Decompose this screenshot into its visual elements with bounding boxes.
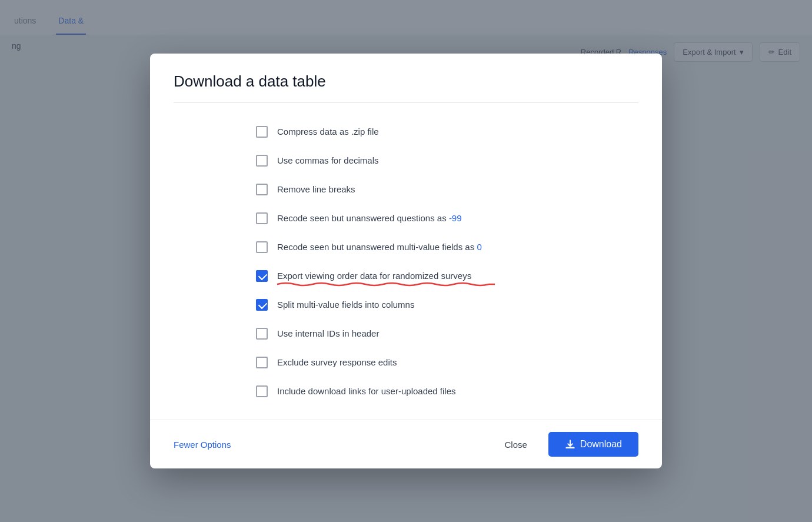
checkbox-label-internalids[interactable]: Use internal IDs in header — [277, 327, 379, 340]
checkbox-label-compress[interactable]: Compress data as .zip file — [277, 125, 379, 138]
download-icon — [565, 439, 575, 450]
checkbox-item-compress: Compress data as .zip file — [256, 117, 638, 146]
checkbox-compress[interactable] — [256, 126, 268, 138]
modal-header: Download a data table — [150, 54, 662, 102]
checkbox-recode0[interactable] — [256, 241, 268, 253]
checkbox-label-recode0[interactable]: Recode seen but unanswered multi-value f… — [277, 241, 482, 253]
modal-overlay: Download a data table Compress data as .… — [0, 0, 812, 522]
checkbox-label-downloadlinks[interactable]: Include download links for user-uploaded… — [277, 385, 456, 397]
modal-title: Download a data table — [174, 72, 638, 91]
checkbox-item-recode99: Recode seen but unanswered questions as … — [256, 204, 638, 232]
checkbox-recode99[interactable] — [256, 212, 268, 224]
modal-body: Compress data as .zip file Use commas fo… — [150, 103, 662, 420]
checkbox-linebreaks[interactable] — [256, 184, 268, 195]
checkbox-list: Compress data as .zip file Use commas fo… — [256, 117, 638, 405]
checkbox-internalids[interactable] — [256, 328, 268, 340]
checkbox-viewingorder[interactable] — [256, 270, 268, 282]
checkbox-label-excludeedits[interactable]: Exclude survey response edits — [277, 356, 397, 368]
checkbox-label-viewingorder[interactable]: Export viewing order data for randomized… — [277, 270, 471, 282]
checkbox-item-recode0: Recode seen but unanswered multi-value f… — [256, 232, 638, 261]
close-button[interactable]: Close — [495, 434, 536, 455]
checkbox-item-linebreaks: Remove line breaks — [256, 175, 638, 204]
download-modal: Download a data table Compress data as .… — [150, 54, 662, 468]
checkbox-item-internalids: Use internal IDs in header — [256, 319, 638, 348]
checkbox-item-splitfields: Split multi-value fields into columns — [256, 290, 638, 319]
checkbox-downloadlinks[interactable] — [256, 385, 268, 397]
checkbox-item-downloadlinks: Include download links for user-uploaded… — [256, 377, 638, 405]
checkbox-splitfields[interactable] — [256, 299, 268, 311]
modal-footer: Fewer Options Close Download — [150, 420, 662, 468]
checkbox-item-viewingorder: Export viewing order data for randomized… — [256, 261, 638, 290]
recode0-link[interactable]: 0 — [477, 242, 481, 252]
checkbox-label-splitfields[interactable]: Split multi-value fields into columns — [277, 298, 414, 311]
recode99-link[interactable]: -99 — [449, 213, 462, 223]
footer-right: Close Download — [495, 432, 638, 457]
checkbox-label-recode99[interactable]: Recode seen but unanswered questions as … — [277, 212, 462, 224]
checkbox-item-commas: Use commas for decimals — [256, 146, 638, 175]
checkbox-item-excludeedits: Exclude survey response edits — [256, 348, 638, 377]
checkbox-label-linebreaks[interactable]: Remove line breaks — [277, 183, 355, 195]
download-button[interactable]: Download — [548, 432, 638, 457]
checkbox-label-commas[interactable]: Use commas for decimals — [277, 154, 379, 167]
checkbox-excludeedits[interactable] — [256, 357, 268, 368]
checkbox-commas[interactable] — [256, 155, 268, 167]
fewer-options-button[interactable]: Fewer Options — [174, 440, 231, 450]
